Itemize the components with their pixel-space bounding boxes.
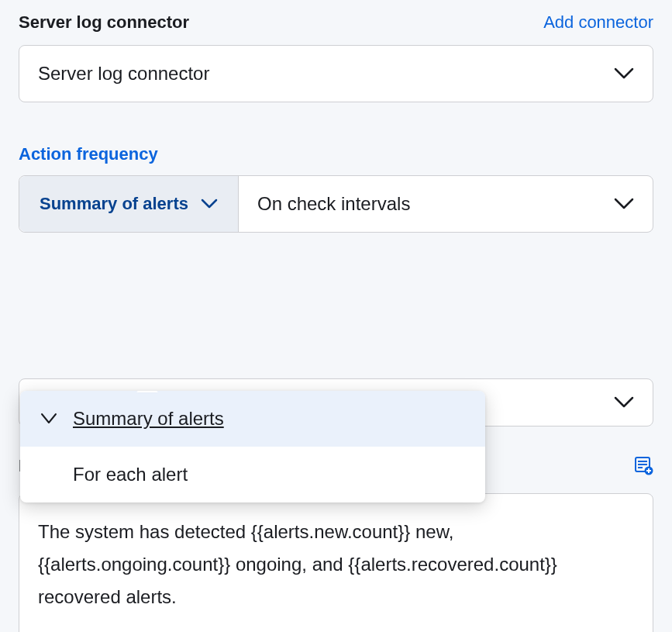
connector-selected-value: Server log connector [38,63,209,85]
frequency-option-summary[interactable]: Summary of alerts [20,391,485,447]
frequency-option-each-label: For each alert [73,464,188,485]
message-textarea[interactable] [19,493,653,632]
add-connector-link[interactable]: Add connector [543,12,653,33]
chevron-down-icon [201,199,218,209]
connector-select[interactable]: Server log connector [19,45,653,102]
action-frequency-row: Summary of alerts On check intervals [19,175,653,233]
frequency-mode-button[interactable]: Summary of alerts [19,176,239,232]
frequency-mode-popover: Summary of alerts For each alert [20,391,485,502]
connector-label: Server log connector [19,12,189,33]
frequency-mode-text: Summary of alerts [40,194,188,214]
add-variable-icon[interactable] [635,457,653,475]
frequency-option-each[interactable]: For each alert [20,447,485,502]
check-icon [39,413,59,425]
frequency-interval-select[interactable]: On check intervals [239,176,653,232]
frequency-interval-value: On check intervals [257,193,410,215]
chevron-down-icon [614,396,634,409]
action-frequency-label: Action frequency [19,144,653,164]
chevron-down-icon [614,67,634,80]
chevron-down-icon [614,198,634,210]
frequency-option-summary-label: Summary of alerts [73,408,224,430]
